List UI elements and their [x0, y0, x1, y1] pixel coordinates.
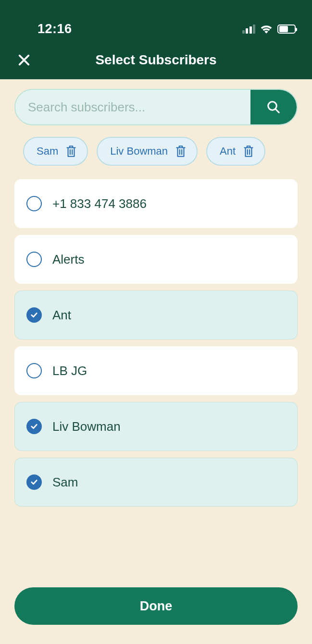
- trash-icon: [242, 145, 255, 158]
- chip-label: Liv Bowman: [110, 145, 168, 158]
- trash-icon: [175, 145, 187, 158]
- search-button[interactable]: [250, 90, 297, 124]
- close-icon: [17, 53, 31, 67]
- list-item-label: LB JG: [52, 364, 87, 378]
- subscriber-list: +1 833 474 3886 Alerts Ant LB JG Liv Bow: [14, 179, 298, 507]
- list-item[interactable]: +1 833 474 3886: [14, 179, 298, 228]
- chip-ant[interactable]: Ant: [206, 137, 265, 166]
- search-icon: [266, 100, 281, 114]
- svg-line-1: [275, 109, 279, 112]
- status-icons: [242, 24, 296, 34]
- list-item[interactable]: Ant: [14, 291, 298, 340]
- list-item-label: +1 833 474 3886: [52, 196, 147, 211]
- chip-sam[interactable]: Sam: [23, 137, 88, 166]
- nav-bar: Select Subscribers: [0, 40, 312, 79]
- radio-checked-icon: [26, 474, 42, 490]
- wifi-icon: [260, 24, 273, 34]
- radio-checked-icon: [26, 307, 42, 323]
- list-item[interactable]: Liv Bowman: [14, 402, 298, 451]
- list-item-label: Liv Bowman: [52, 419, 121, 434]
- search-input[interactable]: [15, 90, 250, 124]
- list-item-label: Alerts: [52, 252, 84, 267]
- list-item-label: Sam: [52, 475, 78, 490]
- selected-chips-row: Sam Liv Bowman Ant: [23, 137, 289, 166]
- list-item[interactable]: Sam: [14, 458, 298, 507]
- cellular-signal-icon: [242, 24, 256, 34]
- chip-liv-bowman[interactable]: Liv Bowman: [97, 137, 198, 166]
- chip-label: Sam: [37, 145, 58, 158]
- battery-icon: [277, 24, 296, 34]
- radio-unchecked-icon: [26, 363, 42, 378]
- list-item[interactable]: Alerts: [14, 235, 298, 284]
- radio-unchecked-icon: [26, 252, 42, 267]
- list-item[interactable]: LB JG: [14, 346, 298, 395]
- close-button[interactable]: [16, 52, 32, 68]
- radio-checked-icon: [26, 419, 42, 434]
- page-title: Select Subscribers: [0, 52, 312, 68]
- radio-unchecked-icon: [26, 196, 42, 211]
- search-bar: [14, 89, 298, 125]
- chip-label: Ant: [220, 145, 236, 158]
- done-button[interactable]: Done: [14, 587, 298, 625]
- status-bar: 12:16: [0, 0, 312, 40]
- status-time: 12:16: [37, 22, 72, 36]
- trash-icon: [65, 145, 77, 158]
- list-item-label: Ant: [52, 308, 71, 323]
